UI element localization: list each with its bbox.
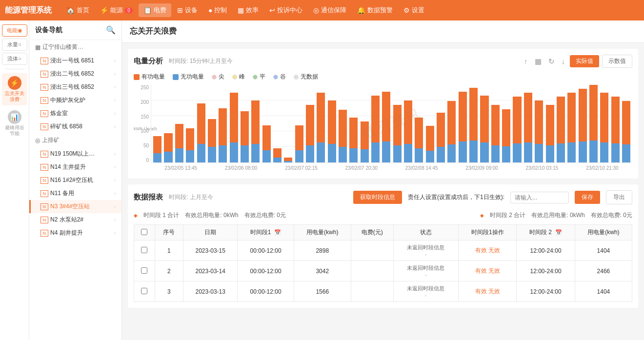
nav-energy[interactable]: ⚡ 能源 0 xyxy=(95,3,138,17)
bar-group-19 xyxy=(360,85,370,162)
chart-x-axis: 23/02/05 13:45 23/02/06 08:00 23/02/07 0… xyxy=(151,163,632,173)
device-item-d5[interactable]: N 炼金室 › xyxy=(29,107,121,120)
row-0-checkbox[interactable] xyxy=(141,247,147,253)
device-item-u2[interactable]: N N14 主井提升 › xyxy=(29,160,121,174)
nav-efficiency-label: 效率 xyxy=(246,6,259,15)
waste-switch-icon: ⚡ xyxy=(8,76,21,90)
bar-group-21 xyxy=(381,85,391,162)
row-2-invalid-btn[interactable]: 无效 xyxy=(488,287,500,296)
device-item-u1[interactable]: N N19 150M以上… › xyxy=(29,147,121,160)
row-2-checkbox[interactable] xyxy=(141,288,147,294)
row-2-valid-btn[interactable]: 有效 xyxy=(475,287,487,296)
settings-icon: ⚙ xyxy=(403,6,410,14)
device-item-u3[interactable]: N N16 1#2#空压机 › xyxy=(29,174,121,187)
bar-group-39 xyxy=(577,85,587,162)
bar-blue-12 xyxy=(284,161,292,162)
resp-person-input[interactable] xyxy=(510,192,569,203)
row-0-valid-btn[interactable]: 有效 xyxy=(475,246,487,255)
col-checkbox xyxy=(134,225,155,240)
bar-orange-36 xyxy=(546,105,554,145)
refresh-icon[interactable]: ↻ xyxy=(546,56,557,67)
select-all-checkbox[interactable] xyxy=(141,229,147,235)
row-checkbox-0[interactable] xyxy=(134,240,155,261)
bar-orange-1 xyxy=(164,133,172,152)
nav-efficiency[interactable]: ▦ 效率 xyxy=(233,3,263,17)
device-item-u4-left: N N11 备用 xyxy=(40,189,74,198)
bar-blue-37 xyxy=(557,143,565,162)
group-upper-label: 上排矿 xyxy=(42,136,60,144)
bar-group-40 xyxy=(588,85,599,162)
device-item-d2[interactable]: N 浸出二号线 6852 › xyxy=(29,67,121,80)
device-item-u5[interactable]: N N3 3#4#空压站 › xyxy=(29,200,121,213)
device-d4-label: 中频炉灰化炉 xyxy=(50,96,85,104)
device-d5-arrow: › xyxy=(114,111,116,116)
quick-btn-water[interactable]: 水量○ xyxy=(2,39,27,51)
bar-group-5 xyxy=(207,85,217,162)
export-icon[interactable]: ↑ xyxy=(522,56,530,66)
x-label-4: 23/02/07 20:30 xyxy=(345,165,378,171)
download-icon[interactable]: ↓ xyxy=(560,56,567,66)
bar-blue-28 xyxy=(459,141,467,162)
save-button[interactable]: 保存 xyxy=(575,191,600,204)
period2-calendar-icon[interactable]: 📅 xyxy=(555,229,562,236)
legend-peak2: 峰 xyxy=(232,73,245,81)
nav-electricity[interactable]: 📋 电费 xyxy=(139,3,171,17)
table-title: 数据报表 xyxy=(134,193,163,202)
nav-home[interactable]: 🏠 首页 xyxy=(61,3,94,17)
quick-btn-fluid[interactable]: 流体○ xyxy=(2,53,27,65)
bar-chart-icon[interactable]: ▦ xyxy=(533,56,543,67)
shortcut-waste-switch[interactable]: ⚡ 忘关开关浪费 xyxy=(2,73,27,105)
bar-orange-24 xyxy=(415,118,423,149)
period1-calendar-icon[interactable]: 📅 xyxy=(274,229,281,236)
nav-control-label: 控制 xyxy=(214,6,227,15)
export-button[interactable]: 导出 xyxy=(606,190,632,204)
table-row: 1 2023-03-15 00:00-12:00 2898 未返回时段信息- 有… xyxy=(134,240,632,261)
row-dash-2: - xyxy=(425,292,427,298)
row-checkbox-2[interactable] xyxy=(134,281,155,302)
nav-complaint[interactable]: ↩ 投诉中心 xyxy=(264,3,307,17)
row-power2-2: 1404 xyxy=(575,281,632,302)
device-u7-icon: N xyxy=(40,230,48,237)
device-item-u6[interactable]: N N2 水泵站2# › xyxy=(29,213,121,226)
device-item-d4[interactable]: N 中频炉灰化炉 › xyxy=(29,94,121,107)
row-1-valid-btn[interactable]: 有效 xyxy=(475,267,487,275)
bar-orange-8 xyxy=(241,111,249,145)
device-item-u4[interactable]: N N11 备用 › xyxy=(29,187,121,200)
row-1-invalid-btn[interactable]: 无效 xyxy=(488,267,500,275)
row-period1-1: 00:00-12:00 xyxy=(238,261,294,281)
table-header-row: 数据报表 时间段: 上月至今 获取时段信息 责任人设置(设置成功后，下1日生效)… xyxy=(134,190,632,204)
device-item-u7[interactable]: N N4 副井提升 › xyxy=(29,226,121,240)
search-icon[interactable]: 🔍 xyxy=(106,25,116,35)
device-item-d1[interactable]: N 浸出一号线 6851 › xyxy=(29,54,121,67)
bar-blue-36 xyxy=(546,145,554,162)
shortcut-valley-saving[interactable]: 📊 避峰用谷节能 xyxy=(2,107,27,140)
get-info-button[interactable]: 获取时段信息 xyxy=(353,191,402,204)
row-1-checkbox[interactable] xyxy=(141,267,147,274)
row-cost-0 xyxy=(351,240,393,261)
row-0-invalid-btn[interactable]: 无效 xyxy=(488,246,500,255)
row-date-2: 2023-03-13 xyxy=(183,281,237,302)
nav-comm[interactable]: ◎ 通信保障 xyxy=(308,3,351,17)
x-label-1: 23/02/05 13:45 xyxy=(164,165,197,171)
display-value-button[interactable]: 示数值 xyxy=(602,55,632,68)
device-u6-label: N2 水泵站2# xyxy=(50,216,83,224)
bar-group-4 xyxy=(196,85,206,162)
device-u3-icon: N xyxy=(40,177,48,184)
efficiency-icon: ▦ xyxy=(238,6,244,14)
legend-peak1-label: 尖 xyxy=(219,73,224,81)
bar-orange-43 xyxy=(622,101,630,144)
nav-settings[interactable]: ⚙ 设置 xyxy=(399,3,429,17)
device-item-d6[interactable]: N 碎矿线 6858 › xyxy=(29,120,121,133)
page-title: 忘关开关浪费 xyxy=(130,27,177,35)
device-navigation: 设备导航 🔍 ▦ 辽宁排山楼黄… N 浸出一号线 6851 › N 浸出二号线 … xyxy=(29,20,122,340)
nav-alert[interactable]: 🔔 数据预警 xyxy=(352,3,398,17)
row-checkbox-1[interactable] xyxy=(134,261,155,281)
device-u4-arrow: › xyxy=(114,191,116,196)
device-item-d3[interactable]: N 浸出三号线 6852 › xyxy=(29,80,121,94)
equipment-icon: ⊞ xyxy=(177,6,183,14)
actual-value-button[interactable]: 实际值 xyxy=(570,55,599,67)
quick-btn-electric[interactable]: 电能◉ xyxy=(2,24,27,37)
device-u1-label: N19 150M以上… xyxy=(50,150,95,158)
nav-control[interactable]: ● 控制 xyxy=(203,3,232,17)
nav-equipment[interactable]: ⊞ 设备 xyxy=(172,3,202,17)
